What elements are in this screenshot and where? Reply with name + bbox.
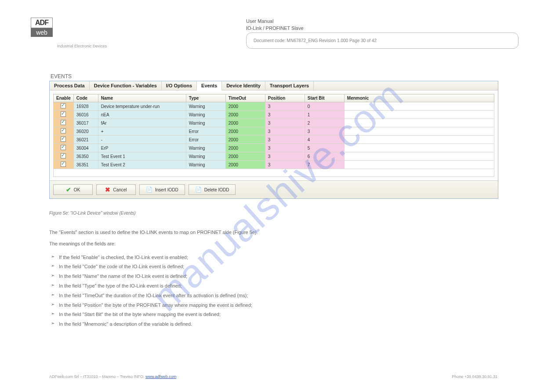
tab-events[interactable]: Events bbox=[197, 81, 222, 90]
cell[interactable] bbox=[54, 119, 74, 127]
cell[interactable] bbox=[54, 152, 74, 161]
cell: 7 bbox=[305, 161, 344, 169]
footer-left: ADFweb.com Srl – IT31010 – Mareno – Trev… bbox=[49, 374, 145, 379]
enable-checkbox[interactable] bbox=[61, 145, 66, 150]
cell: 3 bbox=[265, 119, 305, 127]
cell: fAr bbox=[98, 119, 186, 127]
enable-checkbox[interactable] bbox=[61, 111, 66, 117]
cell: Warning bbox=[186, 161, 225, 169]
logo: ADF web bbox=[31, 18, 53, 42]
cell[interactable] bbox=[54, 161, 74, 169]
col-header-enable: Enable bbox=[54, 94, 74, 102]
cell bbox=[344, 111, 494, 119]
cell: 2000 bbox=[225, 152, 265, 161]
doc-title: User Manual bbox=[246, 18, 519, 24]
cell bbox=[344, 136, 494, 144]
cell: 6 bbox=[305, 152, 344, 161]
cell: 36350 bbox=[73, 152, 98, 161]
list-item: In the field "Mnemonic" a description of… bbox=[51, 320, 497, 329]
list-item: In the field "Name" the name of the IO-L… bbox=[51, 272, 497, 281]
col-header-timeout: TimeOut bbox=[225, 94, 265, 102]
col-header-type: Type bbox=[186, 94, 225, 102]
cell: 4 bbox=[305, 136, 344, 144]
list-item: If the field "Enable" is checked, the IO… bbox=[51, 253, 497, 263]
cell: 2000 bbox=[225, 144, 265, 152]
cell: 3 bbox=[265, 144, 305, 152]
enable-checkbox[interactable] bbox=[61, 153, 66, 158]
cell[interactable] bbox=[54, 127, 74, 136]
col-header-menmonic: Menmonic bbox=[344, 94, 494, 102]
cell bbox=[344, 152, 494, 161]
enable-checkbox[interactable] bbox=[61, 162, 66, 167]
tab-process-data[interactable]: Process Data bbox=[50, 81, 90, 90]
tab-device-function-variables[interactable]: Device Function - Variables bbox=[90, 81, 162, 90]
delete-label: Delete IODD bbox=[204, 187, 229, 192]
table-row[interactable]: 36004ErPWarning200035 bbox=[54, 144, 494, 152]
table-row[interactable]: 36020+Error200033 bbox=[54, 127, 494, 136]
cell: 3 bbox=[265, 161, 305, 169]
industrial-tagline: Industrial Electronic Devices bbox=[57, 44, 107, 48]
enable-checkbox[interactable] bbox=[61, 103, 66, 108]
cell: 3 bbox=[265, 136, 305, 144]
doc-info-box: Document code: MN67872_ENG Revision 1.00… bbox=[246, 32, 519, 49]
tab-i-o-options[interactable]: I/O Options bbox=[162, 81, 197, 90]
desc-intro: The "Events" section is used to define t… bbox=[49, 228, 497, 237]
cell[interactable] bbox=[54, 136, 74, 144]
cell bbox=[344, 127, 494, 136]
ok-label: OK bbox=[74, 187, 80, 192]
cell: Warning bbox=[186, 102, 225, 111]
enable-checkbox[interactable] bbox=[61, 120, 66, 125]
list-item: In the field "Code" the code of the IO-L… bbox=[51, 262, 497, 272]
header-right: User Manual IO-Link / PROFINET Slave Doc… bbox=[246, 18, 519, 49]
insert-icon: 📄 bbox=[146, 187, 152, 193]
insert-label: Insert IODD bbox=[155, 187, 178, 192]
cell: Warning bbox=[186, 144, 225, 152]
cell: Warning bbox=[186, 111, 225, 119]
footer: ADFweb.com Srl – IT31010 – Mareno – Trev… bbox=[49, 374, 497, 379]
tab-device-identity[interactable]: Device Identity bbox=[222, 81, 265, 90]
cell[interactable] bbox=[54, 111, 74, 119]
cell: 2000 bbox=[225, 102, 265, 111]
footer-link[interactable]: www.adfweb.com bbox=[145, 374, 176, 379]
table-row[interactable]: 36017fArWarning200032 bbox=[54, 119, 494, 127]
table-row[interactable]: 36016nEAWarning200031 bbox=[54, 111, 494, 119]
col-header-position: Position bbox=[265, 94, 305, 102]
cell[interactable] bbox=[54, 102, 74, 111]
cell: 3 bbox=[305, 127, 344, 136]
footer-right: Phone +39.0438.30.91.31 bbox=[452, 374, 497, 379]
ok-button[interactable]: ✔ OK bbox=[53, 184, 93, 195]
cell bbox=[344, 102, 494, 111]
cell: + bbox=[98, 127, 186, 136]
enable-checkbox[interactable] bbox=[61, 137, 66, 142]
table-row[interactable]: 36350Test Event 1Warning200036 bbox=[54, 152, 494, 161]
tab-transport-layers[interactable]: Transport Layers bbox=[265, 81, 314, 90]
enable-checkbox[interactable] bbox=[61, 128, 66, 133]
col-header-code: Code bbox=[73, 94, 98, 102]
list-item: In the field "Start Bit" the bit of the … bbox=[51, 310, 497, 320]
cross-icon: ✖ bbox=[105, 186, 110, 193]
cell: 2000 bbox=[225, 119, 265, 127]
cell: 1 bbox=[305, 111, 344, 119]
check-icon: ✔ bbox=[66, 186, 71, 193]
cell: Device temperature under-run bbox=[98, 102, 186, 111]
cell bbox=[344, 144, 494, 152]
table-row[interactable]: 16928Device temperature under-runWarning… bbox=[54, 102, 494, 111]
description: The "Events" section is used to define t… bbox=[49, 228, 497, 329]
logo-top: ADF bbox=[31, 18, 53, 28]
delete-iodd-button[interactable]: 📄 Delete IODD bbox=[189, 184, 236, 195]
cell: 3 bbox=[265, 127, 305, 136]
cancel-button[interactable]: ✖ Cancel bbox=[96, 184, 136, 195]
col-header-name: Name bbox=[98, 94, 186, 102]
insert-iodd-button[interactable]: 📄 Insert IODD bbox=[139, 184, 185, 195]
cell: 0 bbox=[305, 102, 344, 111]
cell[interactable] bbox=[54, 144, 74, 152]
table-row[interactable]: 36021-Error200034 bbox=[54, 136, 494, 144]
cancel-label: Cancel bbox=[113, 187, 127, 192]
table-row[interactable]: 36351Test Event 2Warning200037 bbox=[54, 161, 494, 169]
cell: Test Event 1 bbox=[98, 152, 186, 161]
list-item: In the field "TimeOut" the duration of t… bbox=[51, 291, 497, 301]
figure-caption: Figure 5e: "IO-Link Device" window (Even… bbox=[49, 211, 136, 216]
cell: 2000 bbox=[225, 136, 265, 144]
cell: 2000 bbox=[225, 161, 265, 169]
cell: Error bbox=[186, 136, 225, 144]
